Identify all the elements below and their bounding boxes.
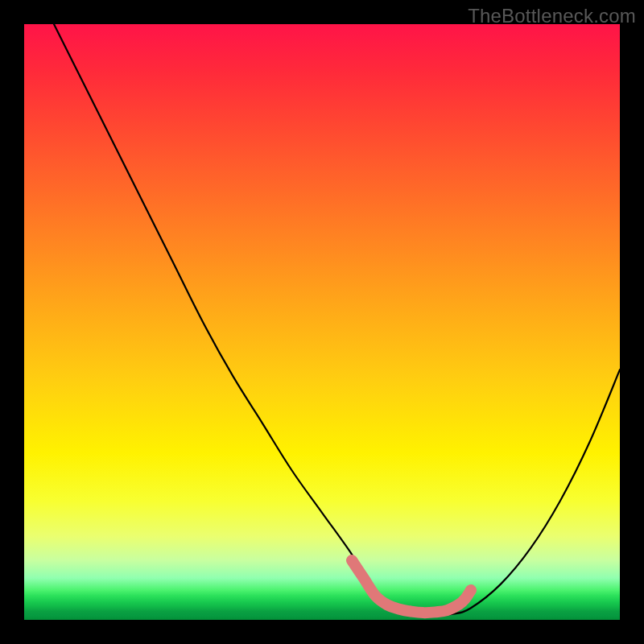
chart-container: TheBottleneck.com: [0, 0, 644, 644]
highlight-segment-path: [352, 560, 471, 613]
curve-svg: [24, 24, 620, 620]
bottleneck-curve-path: [54, 24, 620, 614]
plot-area: [24, 24, 620, 620]
